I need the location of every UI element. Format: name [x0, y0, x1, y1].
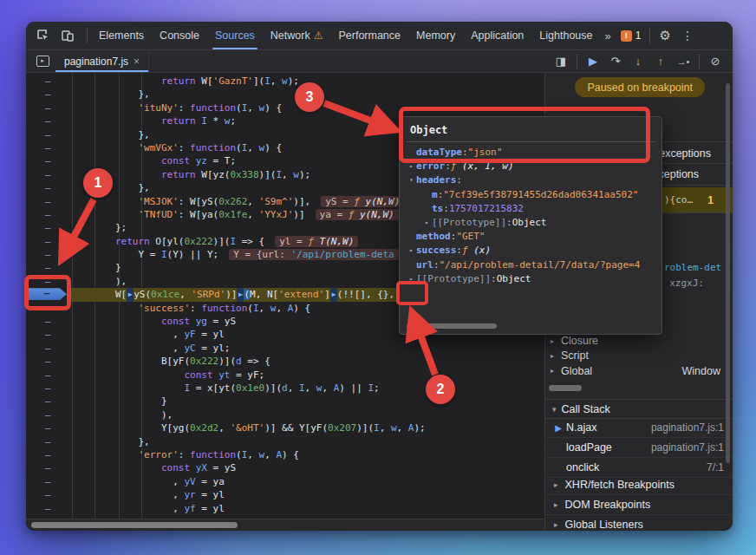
- inspect-element-icon[interactable]: [33, 27, 54, 44]
- gutter-fold-marker[interactable]: –: [26, 421, 69, 434]
- popup-scrollbar[interactable]: [407, 323, 497, 329]
- code-line[interactable]: Y[yg(0x2d2, '&oHT')] && Y[yF(0x207)](I, …: [69, 421, 544, 434]
- chevron-right-icon[interactable]: ▸: [551, 352, 561, 360]
- object-property-row[interactable]: ▾headers:: [400, 173, 662, 187]
- code-line[interactable]: , yf = yl: [69, 502, 544, 515]
- scope-group-closure[interactable]: ▸ Closure: [545, 333, 733, 348]
- gutter-fold-marker[interactable]: –: [26, 141, 69, 154]
- chevron-right-icon[interactable]: ▸: [554, 500, 558, 509]
- gutter-fold-marker[interactable]: –: [26, 128, 69, 141]
- object-property-row[interactable]: m: "7cf39e5f38791455d26dad06341aa502": [400, 188, 662, 202]
- scrollbar-thumb[interactable]: [31, 522, 238, 528]
- tab-performance[interactable]: Performance: [330, 22, 408, 49]
- scope-group-global[interactable]: ▸ GlobalWindow: [545, 363, 733, 378]
- chevron-right-icon[interactable]: ▸: [407, 160, 416, 173]
- gutter-fold-marker[interactable]: –: [26, 181, 69, 194]
- section-dom-breakpoints[interactable]: ▸DOM Breakpoints: [545, 495, 733, 515]
- gutter-fold-marker[interactable]: –: [26, 154, 69, 167]
- chevron-right-icon[interactable]: ▸: [422, 216, 432, 230]
- code-line[interactable]: , yV = ya: [69, 475, 544, 488]
- file-tab-pagination7[interactable]: pagination7.js ×: [55, 50, 149, 72]
- gutter-fold-marker[interactable]: –: [26, 382, 69, 395]
- chevron-right-icon[interactable]: ▸: [554, 520, 558, 529]
- chevron-right-icon[interactable]: ▸: [554, 480, 558, 489]
- object-property-row[interactable]: ▸success: ƒ (x): [400, 244, 662, 258]
- scope-group-script[interactable]: ▸ Script: [545, 349, 733, 363]
- gutter-fold-marker[interactable]: –: [26, 315, 69, 328]
- object-property-row[interactable]: ▸error: ƒ (x, I, w): [400, 160, 662, 173]
- chevron-right-icon[interactable]: ▸: [407, 244, 416, 258]
- tab-lighthouse[interactable]: Lighthouse: [531, 22, 600, 49]
- code-line[interactable]: const yX = yS: [69, 461, 544, 474]
- gutter-fold-marker[interactable]: –: [26, 114, 69, 127]
- gutter-fold-marker[interactable]: –: [26, 369, 69, 382]
- gutter-fold-marker[interactable]: –: [26, 75, 69, 88]
- code-line[interactable]: ),: [69, 408, 544, 421]
- main-menu-icon[interactable]: ⋮: [676, 29, 702, 42]
- chevron-right-icon[interactable]: ▸: [407, 272, 416, 286]
- call-stack-frame[interactable]: loadPagepagination7.js:1: [545, 438, 733, 458]
- scope-scrollbar[interactable]: [549, 385, 582, 391]
- gutter-fold-marker[interactable]: –: [26, 461, 69, 474]
- gutter-fold-marker[interactable]: –: [26, 488, 69, 501]
- gutter-fold-marker[interactable]: –: [26, 302, 69, 315]
- tab-console[interactable]: Console: [152, 22, 207, 49]
- object-property-row[interactable]: url: "/api/problem-detail/7/data/?page=4: [400, 258, 662, 272]
- show-navigator-icon[interactable]: ▸: [33, 54, 52, 69]
- horizontal-scrollbar[interactable]: [26, 519, 544, 531]
- gutter-fold-marker[interactable]: –: [26, 502, 69, 515]
- step-into-icon[interactable]: ↓: [628, 53, 648, 70]
- step-icon[interactable]: →•: [673, 53, 694, 70]
- gutter-fold-marker[interactable]: –: [26, 261, 69, 274]
- object-preview-popup[interactable]: Object dataType: "json"▸error: ƒ (x, I, …: [399, 116, 662, 335]
- step-out-icon[interactable]: ↑: [650, 53, 671, 70]
- tab-memory[interactable]: Memory: [408, 22, 463, 49]
- gutter-fold-marker[interactable]: –: [26, 208, 69, 221]
- code-line[interactable]: }: [69, 395, 544, 408]
- object-property-row[interactable]: dataType: "json": [400, 146, 662, 160]
- execution-pointer-marker[interactable]: –: [26, 288, 69, 301]
- chevron-right-icon[interactable]: ▸: [551, 337, 561, 345]
- chevron-down-icon[interactable]: ▾: [407, 173, 416, 187]
- call-stack-header[interactable]: ▾ Call Stack: [545, 399, 733, 419]
- gutter-fold-marker[interactable]: –: [26, 328, 69, 341]
- gutter-fold-marker[interactable]: –: [26, 448, 69, 461]
- gutter-fold-marker[interactable]: –: [26, 168, 69, 181]
- sidebar-scrollbar[interactable]: [726, 83, 730, 463]
- tab-network[interactable]: Network⚠: [263, 22, 331, 49]
- object-property-row[interactable]: ▸[[Prototype]]: Object: [400, 216, 662, 230]
- section-global-listeners[interactable]: ▸Global Listeners: [545, 515, 733, 531]
- code-line[interactable]: , yC = yl;: [69, 342, 544, 355]
- gutter-fold-marker[interactable]: –: [26, 395, 69, 408]
- gutter-fold-marker[interactable]: –: [26, 475, 69, 488]
- code-line[interactable]: I = x[yt(0x1e0)](d, I, w, A) || I;: [69, 382, 544, 395]
- code-line[interactable]: },: [69, 435, 544, 448]
- settings-gear-icon[interactable]: ⚙: [654, 28, 675, 43]
- gutter-fold-marker[interactable]: –: [26, 408, 69, 421]
- code-line[interactable]: const yt = yF;: [69, 369, 544, 382]
- device-toolbar-icon[interactable]: [57, 27, 78, 44]
- more-tabs-icon[interactable]: »: [601, 29, 616, 42]
- object-property-row[interactable]: ▸[[Prototype]]: Object: [400, 272, 662, 286]
- tab-application[interactable]: Application: [463, 22, 531, 49]
- gutter-fold-marker[interactable]: –: [26, 235, 69, 248]
- deactivate-breakpoints-icon[interactable]: ⊘: [705, 53, 726, 70]
- gutter-fold-marker[interactable]: –: [26, 435, 69, 448]
- gutter-fold-marker[interactable]: –: [26, 342, 69, 355]
- gutter-fold-marker[interactable]: –: [26, 88, 69, 101]
- gutter-fold-marker[interactable]: –: [26, 355, 69, 368]
- section-xhr-fetch-breakpoints[interactable]: ▸XHR/fetch Breakpoints: [545, 475, 733, 495]
- step-over-icon[interactable]: ↷: [605, 53, 626, 70]
- editor-gutter[interactable]: –––––––––––––––––––––––––––––––––: [26, 73, 69, 519]
- object-property-row[interactable]: method: "GET": [400, 230, 662, 244]
- code-line[interactable]: , yr = yl: [69, 488, 544, 501]
- code-line[interactable]: 'error': function(I, w, A) {: [69, 448, 544, 461]
- toggle-debugger-sidebar-icon[interactable]: ◨: [551, 53, 571, 70]
- gutter-fold-marker[interactable]: –: [26, 221, 69, 234]
- code-line[interactable]: B[yF(0x222)](d => {: [69, 355, 544, 368]
- chevron-right-icon[interactable]: ▸: [551, 367, 561, 375]
- call-stack-frame[interactable]: ▶N.ajaxpagination7.js:1: [545, 418, 733, 438]
- object-property-row[interactable]: ts: 1757017215832: [400, 202, 662, 216]
- gutter-fold-marker[interactable]: –: [26, 275, 69, 288]
- tab-elements[interactable]: Elements: [91, 22, 152, 49]
